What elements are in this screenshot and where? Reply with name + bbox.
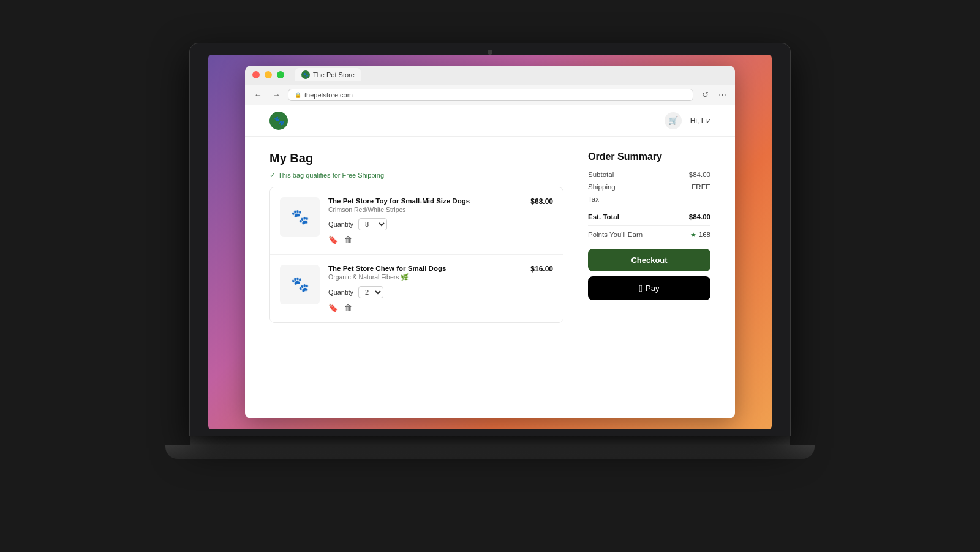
quantity-row-1: Quantity 8 1234 567910: [328, 218, 522, 230]
laptop-base: [165, 445, 815, 459]
item-image-1: 🐾: [280, 197, 320, 237]
user-greeting: Hi, Liz: [690, 116, 710, 125]
quantity-label-1: Quantity: [328, 221, 353, 228]
header-right: 🛒 Hi, Liz: [665, 112, 710, 129]
minimize-button[interactable]: [265, 71, 272, 78]
paw-icon-2: 🐾: [291, 276, 309, 293]
more-button[interactable]: ⋯: [715, 88, 729, 102]
cart-items-container: 🐾 The Pet Store Toy for Small-Mid Size D…: [270, 187, 564, 323]
item-name-1: The Pet Store Toy for Small-Mid Size Dog…: [328, 197, 522, 205]
item-actions-2: 🔖 🗑: [328, 303, 522, 312]
browser-titlebar: 🐾 The Pet Store: [245, 66, 735, 85]
screen-bezel: 🐾 The Pet Store ← → 🔒 thepetstore.com ↺: [190, 43, 790, 436]
points-number: 168: [699, 231, 710, 238]
star-icon: ★: [690, 231, 696, 239]
subtotal-value: $84.00: [689, 171, 710, 178]
save-icon-2[interactable]: 🔖: [328, 303, 338, 312]
shipping-label: Shipping: [588, 183, 616, 191]
bag-title: My Bag: [270, 151, 564, 165]
quantity-select-1[interactable]: 8 1234 567910: [358, 218, 387, 230]
item-variant-2: Organic & Natural Fibers 🌿: [328, 273, 522, 281]
apple-pay-label: Pay: [646, 284, 659, 293]
site-logo: 🐾: [270, 112, 288, 130]
close-button[interactable]: [252, 71, 260, 78]
table-row: 🐾 The Pet Store Toy for Small-Mid Size D…: [270, 187, 563, 254]
item-details-2: The Pet Store Chew for Small Dogs Organi…: [328, 265, 522, 312]
tax-row: Tax —: [588, 195, 710, 203]
points-value-container: ★ 168: [690, 231, 710, 239]
item-actions-1: 🔖 🗑: [328, 235, 522, 244]
tab-favicon: 🐾: [301, 70, 310, 79]
bag-section: My Bag ✓ This bag qualifies for Free Shi…: [270, 151, 564, 323]
shipping-row: Shipping FREE: [588, 183, 710, 191]
main-layout: My Bag ✓ This bag qualifies for Free Shi…: [245, 137, 735, 338]
lock-icon: 🔒: [295, 92, 301, 98]
checkout-button[interactable]: Checkout: [588, 249, 710, 271]
est-total-row: Est. Total $84.00: [588, 208, 710, 221]
site-header: 🐾 🛒 Hi, Liz: [245, 105, 735, 137]
tab-area: 🐾 The Pet Store: [295, 68, 728, 81]
back-button[interactable]: ←: [251, 88, 265, 102]
item-name-2: The Pet Store Chew for Small Dogs: [328, 265, 522, 272]
order-summary-title: Order Summary: [588, 151, 710, 162]
save-icon-1[interactable]: 🔖: [328, 235, 338, 244]
subtotal-label: Subtotal: [588, 171, 614, 178]
est-total-value: $84.00: [689, 213, 710, 221]
quantity-label-2: Quantity: [328, 289, 353, 296]
laptop-hinge: [190, 436, 790, 445]
item-price-2: $16.00: [530, 265, 553, 273]
order-summary-section: Order Summary Subtotal $84.00 Shipping F…: [588, 151, 710, 300]
browser-tab[interactable]: 🐾 The Pet Store: [295, 68, 361, 81]
url-text: thepetstore.com: [304, 91, 353, 99]
toolbar-actions: ↺ ⋯: [698, 88, 729, 102]
delete-icon-2[interactable]: 🗑: [344, 303, 352, 312]
points-label: Points You'll Earn: [588, 231, 643, 238]
laptop: 🐾 The Pet Store ← → 🔒 thepetstore.com ↺: [190, 43, 790, 509]
free-shipping-badge: ✓ This bag qualifies for Free Shipping: [270, 172, 564, 180]
paw-icon-1: 🐾: [291, 208, 309, 225]
forward-button[interactable]: →: [270, 88, 283, 102]
subtotal-row: Subtotal $84.00: [588, 171, 710, 178]
item-variant-1: Crimson Red/White Stripes: [328, 206, 522, 213]
est-total-label: Est. Total: [588, 213, 619, 221]
screen: 🐾 The Pet Store ← → 🔒 thepetstore.com ↺: [208, 55, 772, 429]
browser-window: 🐾 The Pet Store ← → 🔒 thepetstore.com ↺: [245, 66, 735, 418]
tax-value: —: [704, 195, 711, 203]
quantity-row-2: Quantity 2 134 5678: [328, 286, 522, 298]
tax-label: Tax: [588, 195, 599, 203]
camera: [488, 50, 492, 55]
page-content: 🐾 🛒 Hi, Liz My Bag ✓ Th: [245, 105, 735, 418]
checkmark-icon: ✓: [270, 172, 275, 180]
tab-title: The Pet Store: [313, 71, 355, 78]
delete-icon-1[interactable]: 🗑: [344, 235, 352, 244]
quantity-select-2[interactable]: 2 134 5678: [358, 286, 383, 298]
shipping-value: FREE: [692, 183, 710, 191]
item-image-2: 🐾: [280, 265, 320, 304]
refresh-button[interactable]: ↺: [698, 88, 712, 102]
item-details-1: The Pet Store Toy for Small-Mid Size Dog…: [328, 197, 522, 244]
apple-pay-button[interactable]:  Pay: [588, 276, 710, 300]
address-bar[interactable]: 🔒 thepetstore.com: [288, 89, 693, 101]
maximize-button[interactable]: [277, 71, 284, 78]
browser-toolbar: ← → 🔒 thepetstore.com ↺ ⋯: [245, 85, 735, 105]
apple-logo-icon: : [639, 283, 643, 293]
points-row: Points You'll Earn ★ 168: [588, 225, 710, 239]
free-shipping-text: This bag qualifies for Free Shipping: [278, 172, 384, 179]
leaf-icon: 🌿: [401, 273, 409, 281]
item-price-1: $68.00: [530, 197, 553, 206]
cart-icon[interactable]: 🛒: [665, 112, 682, 129]
table-row: 🐾 The Pet Store Chew for Small Dogs Orga…: [270, 254, 563, 322]
